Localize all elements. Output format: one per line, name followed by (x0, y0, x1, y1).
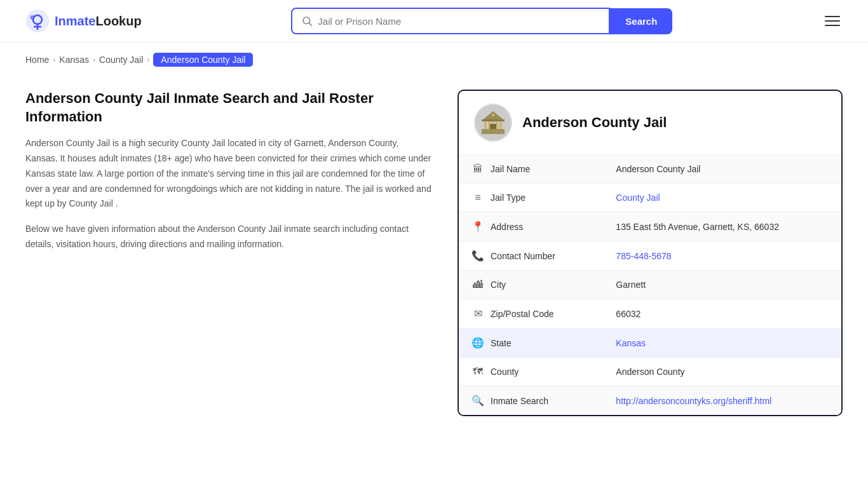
info-label-cell: 🏛Jail Name (459, 155, 603, 183)
row-icon: 🏛 (471, 163, 484, 175)
info-value-link[interactable]: 785-448-5678 (616, 251, 671, 261)
svg-text:Q: Q (31, 15, 34, 20)
search-wrapper (291, 8, 610, 34)
info-row: ✉Zip/Postal Code66032 (459, 299, 841, 329)
menu-line-2 (825, 20, 840, 22)
info-label-cell: ≡Jail Type (459, 184, 603, 212)
info-label-cell: 📍Address (459, 212, 603, 241)
courthouse-icon (479, 109, 507, 137)
left-panel: Anderson County Jail Inmate Search and J… (25, 90, 432, 262)
row-icon: ≡ (471, 192, 484, 203)
menu-line-3 (825, 25, 840, 26)
info-label-cell: 🏙City (459, 271, 603, 299)
info-value-cell: Anderson County Jail (603, 155, 841, 184)
info-label-cell: 🗺County (459, 358, 603, 386)
row-icon: 🌐 (471, 337, 484, 349)
info-row: 🗺CountyAnderson County (459, 358, 841, 386)
info-card: Anderson County Jail 🏛Jail NameAnderson … (458, 90, 843, 416)
jail-avatar (474, 104, 512, 142)
menu-button[interactable] (822, 13, 843, 29)
breadcrumb: Home › Kansas › County Jail › Anderson C… (0, 43, 868, 77)
info-row: 📞Contact Number785-448-5678 (459, 241, 841, 271)
row-icon: 📞 (471, 250, 484, 262)
svg-rect-9 (484, 121, 487, 129)
search-icon (301, 15, 313, 27)
description-2: Below we have given information about th… (25, 222, 432, 252)
info-label: City (491, 280, 506, 290)
logo-inmate: Inmate (55, 14, 95, 28)
logo-icon: Q (25, 9, 50, 33)
info-label: Inmate Search (491, 396, 548, 406)
info-value-link[interactable]: County Jail (616, 193, 660, 203)
info-value-link[interactable]: http://andersoncountyks.org/sheriff.html (616, 396, 771, 406)
row-icon: 📍 (471, 220, 484, 233)
breadcrumb-home[interactable]: Home (25, 55, 49, 65)
info-label: State (491, 338, 512, 348)
info-value-cell[interactable]: http://andersoncountyks.org/sheriff.html (603, 386, 841, 416)
info-label: Contact Number (491, 251, 555, 261)
info-label: Jail Name (491, 164, 530, 174)
info-label-cell: 🔍Inmate Search (459, 386, 603, 415)
search-area: Search (291, 8, 672, 34)
info-value-cell: Garnett (603, 271, 841, 299)
info-row: 🏙CityGarnett (459, 271, 841, 299)
row-icon: ✉ (471, 308, 484, 320)
info-label-cell: 📞Contact Number (459, 241, 603, 270)
info-table: 🏛Jail NameAnderson County Jail≡Jail Type… (459, 155, 841, 415)
svg-rect-13 (499, 121, 502, 129)
logo-area: Q InmateInmateLookupLookup (25, 9, 142, 33)
card-jail-name: Anderson County Jail (522, 114, 667, 131)
info-row: ≡Jail TypeCounty Jail (459, 184, 841, 212)
chevron-icon-1: › (53, 55, 55, 64)
info-row: 🌐StateKansas (459, 329, 841, 358)
chevron-icon-2: › (93, 55, 95, 64)
info-value-cell: Anderson County (603, 358, 841, 386)
row-icon: 🗺 (471, 366, 484, 377)
info-value-cell[interactable]: Kansas (603, 329, 841, 358)
info-row: 📍Address135 East 5th Avenue, Garnett, KS… (459, 212, 841, 241)
breadcrumb-county-jail[interactable]: County Jail (99, 55, 143, 65)
info-value-cell: 135 East 5th Avenue, Garnett, KS, 66032 (603, 212, 841, 241)
card-header: Anderson County Jail (459, 91, 841, 155)
row-icon: 🔍 (471, 395, 484, 407)
chevron-icon-3: › (147, 55, 149, 64)
info-row: 🏛Jail NameAnderson County Jail (459, 155, 841, 184)
svg-point-17 (492, 114, 494, 116)
svg-rect-16 (490, 124, 496, 129)
info-label: Jail Type (491, 193, 526, 203)
info-value-cell: 66032 (603, 299, 841, 329)
search-input[interactable] (318, 16, 600, 27)
search-button[interactable]: Search (610, 8, 672, 34)
row-icon: 🏙 (471, 279, 484, 290)
info-label: Zip/Postal Code (491, 309, 554, 319)
description-1: Anderson County Jail is a high security … (25, 136, 432, 212)
page-title: Anderson County Jail Inmate Search and J… (25, 90, 432, 126)
breadcrumb-active: Anderson County Jail (153, 53, 253, 67)
svg-rect-14 (482, 119, 505, 121)
info-value-link[interactable]: Kansas (616, 338, 646, 348)
info-row: 🔍Inmate Searchhttp://andersoncountyks.or… (459, 386, 841, 416)
info-label: Address (491, 222, 523, 232)
info-value-cell[interactable]: County Jail (603, 184, 841, 212)
header: Q InmateInmateLookupLookup Search (0, 0, 868, 43)
info-label: County (491, 367, 519, 377)
svg-rect-8 (482, 129, 505, 134)
svg-line-7 (309, 23, 312, 25)
info-label-cell: 🌐State (459, 329, 603, 357)
main-content: Anderson County Jail Inmate Search and J… (0, 77, 868, 442)
menu-line-1 (825, 16, 840, 17)
logo-text: InmateInmateLookupLookup (55, 14, 142, 29)
breadcrumb-kansas[interactable]: Kansas (59, 55, 89, 65)
info-value-cell[interactable]: 785-448-5678 (603, 241, 841, 271)
info-label-cell: ✉Zip/Postal Code (459, 299, 603, 328)
